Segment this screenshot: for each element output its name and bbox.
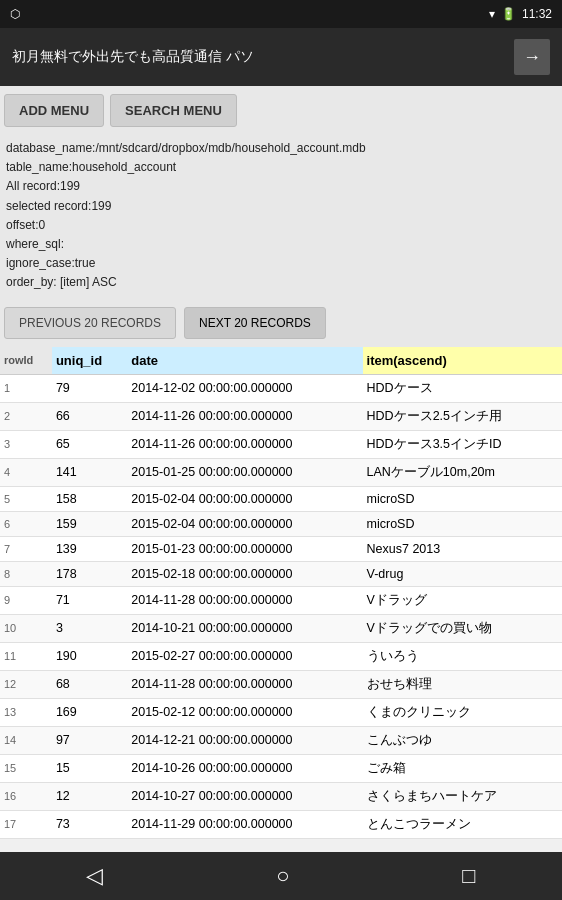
table-row[interactable]: 131692015-02-12 00:00:00.000000くまのクリニック xyxy=(0,698,562,726)
cell-uniq-id: 15 xyxy=(52,754,127,782)
col-header-date: date xyxy=(127,347,362,375)
status-left: ⬡ xyxy=(10,7,20,21)
cell-item: Nexus7 2013 xyxy=(363,536,562,561)
search-menu-button[interactable]: SEARCH MENU xyxy=(110,94,237,127)
cell-uniq-id: 141 xyxy=(52,458,127,486)
table-row[interactable]: 2662014-11-26 00:00:00.000000HDDケース2.5イン… xyxy=(0,402,562,430)
table-row[interactable]: 1032014-10-21 00:00:00.000000Vドラッグでの買い物 xyxy=(0,614,562,642)
cell-item: こんぶつゆ xyxy=(363,726,562,754)
cell-rowid: 12 xyxy=(0,670,52,698)
table-row[interactable]: 51582015-02-04 00:00:00.000000microSD xyxy=(0,486,562,511)
cell-rowid: 1 xyxy=(0,374,52,402)
table-row[interactable]: 17732014-11-29 00:00:00.000000とんこつラーメン xyxy=(0,810,562,838)
cell-uniq-id: 73 xyxy=(52,810,127,838)
table-row[interactable]: 71392015-01-23 00:00:00.000000Nexus7 201… xyxy=(0,536,562,561)
table-row[interactable]: 15152014-10-26 00:00:00.000000ごみ箱 xyxy=(0,754,562,782)
table-row[interactable]: 9712014-11-28 00:00:00.000000Vドラッグ xyxy=(0,586,562,614)
col-header-item: item(ascend) xyxy=(363,347,562,375)
home-button[interactable]: ○ xyxy=(256,859,309,893)
table-row[interactable]: 41412015-01-25 00:00:00.000000LANケーブル10m… xyxy=(0,458,562,486)
col-header-rowid: rowId xyxy=(0,347,52,375)
cell-item: Vドラッグ xyxy=(363,586,562,614)
database-name-label: database_name:/mnt/sdcard/dropbox/mdb/ho… xyxy=(6,139,556,158)
status-bar: ⬡ ▾ 🔋 11:32 xyxy=(0,0,562,28)
top-buttons-bar: ADD MENU SEARCH MENU xyxy=(0,86,562,135)
cell-item: microSD xyxy=(363,511,562,536)
cell-date: 2014-12-21 00:00:00.000000 xyxy=(127,726,362,754)
cell-item: おせち料理 xyxy=(363,670,562,698)
cell-rowid: 13 xyxy=(0,698,52,726)
cell-date: 2014-10-26 00:00:00.000000 xyxy=(127,754,362,782)
table-row[interactable]: 81782015-02-18 00:00:00.000000V-drug xyxy=(0,561,562,586)
data-table-container: rowId uniq_id date item(ascend) 1792014-… xyxy=(0,347,562,839)
cell-uniq-id: 65 xyxy=(52,430,127,458)
cell-item: ごみ箱 xyxy=(363,754,562,782)
status-right: ▾ 🔋 11:32 xyxy=(489,7,552,21)
cell-rowid: 14 xyxy=(0,726,52,754)
pagination-nav: PREVIOUS 20 RECORDS NEXT 20 RECORDS xyxy=(0,299,562,347)
cell-uniq-id: 139 xyxy=(52,536,127,561)
cell-uniq-id: 66 xyxy=(52,402,127,430)
table-name-label: table_name:household_account xyxy=(6,158,556,177)
app-icon: ⬡ xyxy=(10,7,20,21)
ignore-case-label: ignore_case:true xyxy=(6,254,556,273)
back-button[interactable]: ◁ xyxy=(66,859,123,893)
table-row[interactable]: 3652014-11-26 00:00:00.000000HDDケース3.5イン… xyxy=(0,430,562,458)
cell-uniq-id: 68 xyxy=(52,670,127,698)
table-header-row: rowId uniq_id date item(ascend) xyxy=(0,347,562,375)
cell-rowid: 11 xyxy=(0,642,52,670)
cell-rowid: 10 xyxy=(0,614,52,642)
cell-date: 2014-11-26 00:00:00.000000 xyxy=(127,430,362,458)
ad-banner[interactable]: 初月無料で外出先でも高品質通信 パソ → xyxy=(0,28,562,86)
cell-uniq-id: 71 xyxy=(52,586,127,614)
cell-rowid: 15 xyxy=(0,754,52,782)
data-table: rowId uniq_id date item(ascend) 1792014-… xyxy=(0,347,562,839)
cell-item: さくらまちハートケア xyxy=(363,782,562,810)
table-row[interactable]: 12682014-11-28 00:00:00.000000おせち料理 xyxy=(0,670,562,698)
info-section: database_name:/mnt/sdcard/dropbox/mdb/ho… xyxy=(0,135,562,299)
cell-uniq-id: 12 xyxy=(52,782,127,810)
cell-item: くまのクリニック xyxy=(363,698,562,726)
cell-date: 2015-01-23 00:00:00.000000 xyxy=(127,536,362,561)
cell-item: HDDケース2.5インチ用 xyxy=(363,402,562,430)
cell-date: 2014-11-28 00:00:00.000000 xyxy=(127,586,362,614)
cell-rowid: 3 xyxy=(0,430,52,458)
cell-rowid: 8 xyxy=(0,561,52,586)
wifi-icon: ▾ xyxy=(489,7,495,21)
cell-date: 2015-02-27 00:00:00.000000 xyxy=(127,642,362,670)
selected-record-label: selected record:199 xyxy=(6,197,556,216)
cell-rowid: 16 xyxy=(0,782,52,810)
cell-item: Vドラッグでの買い物 xyxy=(363,614,562,642)
cell-uniq-id: 3 xyxy=(52,614,127,642)
cell-date: 2015-02-18 00:00:00.000000 xyxy=(127,561,362,586)
ad-text: 初月無料で外出先でも高品質通信 パソ xyxy=(12,48,514,66)
cell-uniq-id: 79 xyxy=(52,374,127,402)
cell-rowid: 4 xyxy=(0,458,52,486)
time-display: 11:32 xyxy=(522,7,552,21)
ad-arrow-button[interactable]: → xyxy=(514,39,550,75)
recent-button[interactable]: □ xyxy=(442,859,495,893)
cell-date: 2014-12-02 00:00:00.000000 xyxy=(127,374,362,402)
cell-rowid: 17 xyxy=(0,810,52,838)
cell-date: 2014-10-21 00:00:00.000000 xyxy=(127,614,362,642)
table-row[interactable]: 14972014-12-21 00:00:00.000000こんぶつゆ xyxy=(0,726,562,754)
cell-uniq-id: 178 xyxy=(52,561,127,586)
cell-date: 2015-02-04 00:00:00.000000 xyxy=(127,511,362,536)
order-by-label: order_by: [item] ASC xyxy=(6,273,556,292)
prev-records-button[interactable]: PREVIOUS 20 RECORDS xyxy=(4,307,176,339)
cell-item: とんこつラーメン xyxy=(363,810,562,838)
table-row[interactable]: 16122014-10-27 00:00:00.000000さくらまちハートケア xyxy=(0,782,562,810)
cell-item: V-drug xyxy=(363,561,562,586)
cell-date: 2014-11-29 00:00:00.000000 xyxy=(127,810,362,838)
next-records-button[interactable]: NEXT 20 RECORDS xyxy=(184,307,326,339)
cell-item: HDDケース xyxy=(363,374,562,402)
battery-icon: 🔋 xyxy=(501,7,516,21)
table-row[interactable]: 1792014-12-02 00:00:00.000000HDDケース xyxy=(0,374,562,402)
table-row[interactable]: 111902015-02-27 00:00:00.000000ういろう xyxy=(0,642,562,670)
cell-rowid: 2 xyxy=(0,402,52,430)
cell-uniq-id: 190 xyxy=(52,642,127,670)
cell-item: ういろう xyxy=(363,642,562,670)
table-row[interactable]: 61592015-02-04 00:00:00.000000microSD xyxy=(0,511,562,536)
cell-item: LANケーブル10m,20m xyxy=(363,458,562,486)
add-menu-button[interactable]: ADD MENU xyxy=(4,94,104,127)
